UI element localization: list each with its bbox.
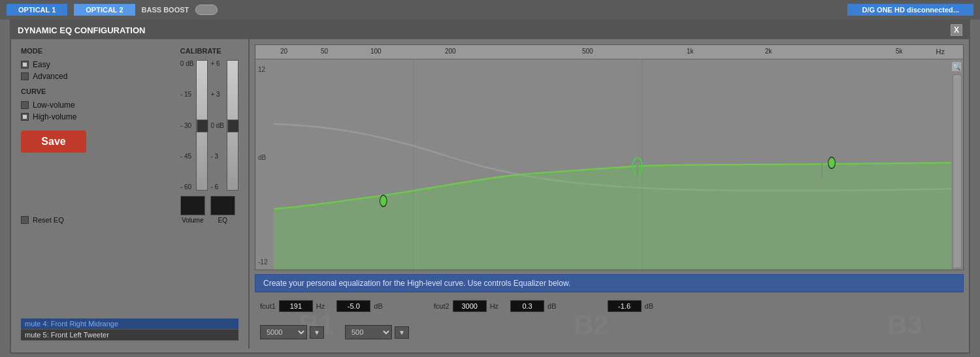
freq-200: 200 bbox=[445, 48, 456, 55]
scale-labels-left: 0 dB - 15 - 30 - 45 - 60 bbox=[180, 60, 194, 191]
volume-swatch bbox=[180, 196, 205, 215]
scale-minus3: - 3 bbox=[210, 153, 224, 160]
dropdown2-wrap: 500 ▼ bbox=[345, 325, 409, 339]
eq-slider-thumb[interactable] bbox=[227, 119, 239, 132]
mode-easy-row[interactable]: Easy bbox=[21, 60, 175, 69]
curve-high-label: High-volume bbox=[33, 112, 76, 121]
scale-0db: 0 dB bbox=[180, 60, 194, 67]
b3-db-group: dB bbox=[608, 300, 653, 312]
optical1-button[interactable]: OPTICAL 1 bbox=[7, 4, 67, 16]
band-b3-label: B3 bbox=[887, 309, 923, 341]
mode-easy-radio[interactable] bbox=[21, 61, 29, 69]
reset-eq-label: Reset EQ bbox=[33, 216, 64, 224]
scale-minus6: - 6 bbox=[210, 183, 224, 191]
volume-slider-track[interactable] bbox=[196, 60, 208, 191]
left-cols: MODE Easy Advanced CURVE bbox=[21, 47, 238, 224]
reset-eq-checkbox[interactable] bbox=[21, 216, 29, 224]
bottom-list: mute 4: Front Right Midrange mute 5: Fro… bbox=[21, 318, 238, 341]
mode-advanced-radio[interactable] bbox=[21, 72, 29, 80]
dropdown1-select[interactable]: 5000 bbox=[260, 325, 307, 339]
curve-low-row[interactable]: Low-volume bbox=[21, 101, 175, 110]
save-button[interactable]: Save bbox=[21, 131, 86, 153]
mode-easy-label: Easy bbox=[33, 60, 50, 69]
dialog-title-bar: DYNAMIC EQ CONFIGURATION X bbox=[11, 21, 969, 39]
eq-point-b3[interactable] bbox=[828, 157, 836, 168]
freq-20: 20 bbox=[280, 48, 287, 55]
freq-axis: 20 50 100 200 500 1k 2k 5k 10k 20k Hz bbox=[255, 45, 963, 59]
dropdown1-wrap: 5000 ▼ bbox=[260, 325, 324, 339]
b3-db-unit: dB bbox=[645, 302, 653, 310]
b1-db-unit: dB bbox=[374, 302, 382, 310]
freq-500: 500 bbox=[582, 48, 593, 55]
db-bottom: -12 bbox=[258, 258, 267, 266]
controls-row2: B1 B2 B3 5000 ▼ 500 ▼ bbox=[260, 316, 958, 339]
calibrate-col: CALIBRATE 0 dB - 15 - 30 - 45 - 60 bbox=[180, 47, 238, 224]
bass-boost-toggle[interactable] bbox=[195, 5, 218, 15]
scale-minus60: - 60 bbox=[180, 183, 194, 191]
eq-slider-track[interactable] bbox=[227, 60, 238, 191]
fcut2-label: fcut2 bbox=[434, 302, 449, 310]
dialog-body: MODE Easy Advanced CURVE bbox=[11, 39, 969, 349]
b1-db-input[interactable] bbox=[336, 300, 370, 312]
disconnected-button[interactable]: D/G ONE HD disconnected... bbox=[847, 4, 973, 16]
volume-swatch-label: Volume bbox=[182, 217, 203, 224]
mode-curve-col: MODE Easy Advanced CURVE bbox=[21, 47, 175, 224]
b2-db-unit: dB bbox=[547, 302, 556, 310]
eq-swatch bbox=[210, 196, 235, 215]
info-text: Create your personal equalization for th… bbox=[263, 279, 570, 288]
eq-swatch-label: EQ bbox=[218, 217, 227, 224]
dropdown2-arrow[interactable]: ▼ bbox=[395, 326, 409, 339]
scale-plus6: + 6 bbox=[210, 60, 224, 67]
curve-high-row[interactable]: High-volume bbox=[21, 112, 175, 121]
list-item-1[interactable]: mute 4: Front Right Midrange bbox=[21, 318, 238, 330]
freq-50: 50 bbox=[321, 48, 328, 55]
right-panel: 20 50 100 200 500 1k 2k 5k 10k 20k Hz 12… bbox=[250, 39, 969, 349]
list-item-2[interactable]: mute 5: Front Left Tweeter bbox=[21, 330, 238, 341]
bass-boost-label: BASS BOOST bbox=[142, 6, 189, 14]
eq-graph: 20 50 100 200 500 1k 2k 5k 10k 20k Hz 12… bbox=[255, 44, 964, 270]
dropdown1-arrow[interactable]: ▼ bbox=[310, 326, 324, 339]
scale-0: 0 dB bbox=[210, 122, 224, 129]
controls-area: fcut1 Hz dB fcut2 Hz bbox=[255, 296, 964, 343]
optical2-button[interactable]: OPTICAL 2 bbox=[74, 4, 135, 16]
swatch-row: Volume EQ bbox=[180, 196, 238, 224]
top-bar: OPTICAL 1 OPTICAL 2 BASS BOOST D/G ONE H… bbox=[0, 0, 980, 20]
fcut2-unit: Hz bbox=[490, 302, 498, 310]
close-button[interactable]: X bbox=[951, 24, 962, 36]
freq-5k: 5k bbox=[896, 48, 903, 55]
eq-scrollbar[interactable] bbox=[953, 74, 962, 268]
volume-slider-thumb[interactable] bbox=[197, 119, 208, 132]
scale-minus45: - 45 bbox=[180, 153, 194, 160]
scale-minus30: - 30 bbox=[180, 122, 194, 129]
info-bar: Create your personal equalization for th… bbox=[255, 274, 964, 292]
eq-curve-svg bbox=[274, 59, 951, 270]
b2-db-input[interactable] bbox=[510, 300, 544, 312]
eq-point-b1[interactable] bbox=[380, 195, 387, 206]
curve-low-radio[interactable] bbox=[21, 101, 29, 109]
scale-minus15: - 15 bbox=[180, 91, 194, 98]
hz-unit: Hz bbox=[936, 48, 945, 55]
fcut2-group: fcut2 Hz bbox=[434, 300, 498, 312]
volume-swatch-item: Volume bbox=[180, 196, 205, 224]
band-b2-label: B2 bbox=[574, 309, 609, 341]
b3-db-input[interactable] bbox=[608, 300, 642, 312]
eq-swatch-item: EQ bbox=[210, 196, 235, 224]
freq-1k: 1k bbox=[687, 48, 694, 55]
dynamic-eq-dialog: DYNAMIC EQ CONFIGURATION X MODE Easy bbox=[10, 20, 970, 354]
curve-label: CURVE bbox=[21, 87, 175, 95]
fcut1-label: fcut1 bbox=[260, 302, 276, 310]
controls-row1: fcut1 Hz dB fcut2 Hz bbox=[260, 300, 958, 312]
scale-labels-right: + 6 + 3 0 dB - 3 - 6 bbox=[210, 60, 224, 191]
mode-label: MODE bbox=[21, 47, 175, 55]
b1-db-group: dB bbox=[336, 300, 382, 312]
db-zero: dB bbox=[258, 154, 266, 161]
dropdown2-select[interactable]: 500 bbox=[345, 325, 392, 339]
mode-advanced-row[interactable]: Advanced bbox=[21, 72, 175, 81]
curve-high-radio[interactable] bbox=[21, 113, 29, 121]
scale-plus3: + 3 bbox=[210, 91, 224, 98]
fcut2-input[interactable] bbox=[453, 300, 487, 312]
curve-low-label: Low-volume bbox=[33, 101, 75, 110]
zoom-button[interactable]: 🔍 bbox=[951, 61, 962, 72]
calibrate-label: CALIBRATE bbox=[180, 47, 238, 55]
reset-eq-row[interactable]: Reset EQ bbox=[21, 216, 175, 224]
